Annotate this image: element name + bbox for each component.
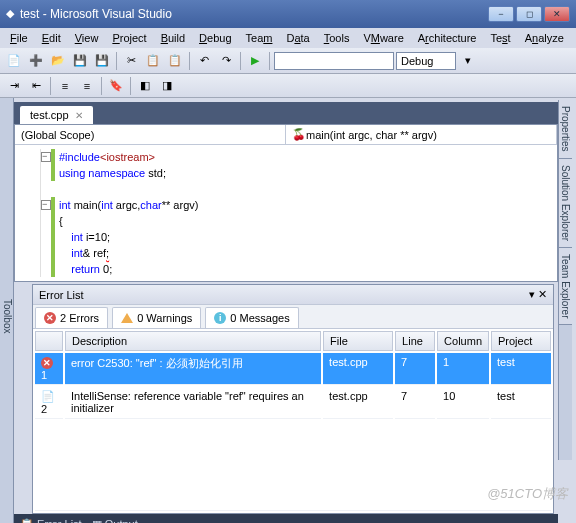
menu-analyze[interactable]: Analyze [519,30,570,46]
col-project[interactable]: Project [491,331,551,351]
error-list-panel: Error List ▾ ✕ ✕2 Errors 0 Warnings i0 M… [32,284,554,514]
config-dropdown-icon[interactable]: ▾ [458,51,478,71]
copy-icon[interactable]: 📋 [143,51,163,71]
tab-close-icon[interactable]: ✕ [75,110,83,121]
menu-view[interactable]: View [69,30,105,46]
close-button[interactable]: ✕ [544,6,570,22]
toggle2-icon[interactable]: ◨ [157,76,177,96]
error-icon: ✕ [44,312,56,324]
menu-team[interactable]: Team [240,30,279,46]
watermark: @51CTO博客 [487,485,568,503]
col-file[interactable]: File [323,331,393,351]
tab-error-list[interactable]: 📋 Error List [20,518,82,524]
window-title: test - Microsoft Visual Studio [20,7,488,21]
properties-tab[interactable]: Properties [559,100,572,159]
menu-data[interactable]: Data [280,30,315,46]
comment-icon[interactable]: ≡ [55,76,75,96]
bookmark-icon[interactable]: 🔖 [106,76,126,96]
paste-icon[interactable]: 📋 [165,51,185,71]
undo-icon[interactable]: ↶ [194,51,214,71]
add-item-icon[interactable]: ➕ [26,51,46,71]
save-all-icon[interactable]: 💾 [92,51,112,71]
cut-icon[interactable]: ✂ [121,51,141,71]
col-icon[interactable] [35,331,63,351]
tab-label: test.cpp [30,109,69,121]
outdent-icon[interactable]: ⇤ [26,76,46,96]
title-bar: ◆ test - Microsoft Visual Studio − ◻ ✕ [0,0,576,28]
document-tabs: test.cpp ✕ [14,102,558,124]
redo-icon[interactable]: ↷ [216,51,236,71]
main-toolbar: 📄 ➕ 📂 💾 💾 ✂ 📋 📋 ↶ ↷ ▶ Debug ▾ [0,48,576,74]
menu-architecture[interactable]: Architecture [412,30,483,46]
toolbox-tab[interactable]: Toolbox [0,98,14,523]
menu-test[interactable]: Test [484,30,516,46]
tab-test-cpp[interactable]: test.cpp ✕ [20,106,93,124]
maximize-button[interactable]: ◻ [516,6,542,22]
app-icon: ◆ [6,7,20,21]
error-grid: Description File Line Column Project ✕1 … [33,329,553,513]
code-editor: (Global Scope) 🍒 main(int argc, char ** … [14,124,558,282]
menu-window[interactable]: Window [572,30,576,46]
text-editor-toolbar: ⇥ ⇤ ≡ ≡ 🔖 ◧ ◨ [0,74,576,98]
warnings-tab[interactable]: 0 Warnings [112,307,201,328]
toggle-icon[interactable]: ◧ [135,76,155,96]
scope-right[interactable]: 🍒 main(int argc, char ** argv) [286,125,557,144]
col-description[interactable]: Description [65,331,321,351]
start-debug-icon[interactable]: ▶ [245,51,265,71]
tab-output[interactable]: ▦ Output [92,518,138,524]
code-area[interactable]: #include<iostream> using namespace std; … [15,145,557,281]
panel-controls[interactable]: ▾ ✕ [529,288,547,301]
config-combo[interactable]: Debug [396,52,456,70]
col-column[interactable]: Column [437,331,489,351]
open-icon[interactable]: 📂 [48,51,68,71]
errors-tab[interactable]: ✕2 Errors [35,307,108,328]
scope-left[interactable]: (Global Scope) [15,125,286,144]
bottom-tabs: 📋 Error List ▦ Output [14,514,558,523]
error-row[interactable]: ✕1 error C2530: "ref" : 必须初始化引用 test.cpp… [35,353,551,385]
menu-vmware[interactable]: VMware [357,30,409,46]
error-row[interactable]: 📄2 IntelliSense: reference variable "ref… [35,387,551,419]
save-icon[interactable]: 💾 [70,51,90,71]
new-project-icon[interactable]: 📄 [4,51,24,71]
solution-combo[interactable] [274,52,394,70]
col-line[interactable]: Line [395,331,435,351]
messages-tab[interactable]: i0 Messages [205,307,298,328]
right-sidebar: Properties Solution Explorer Team Explor… [558,100,572,460]
menu-debug[interactable]: Debug [193,30,237,46]
warning-icon [121,313,133,323]
error-icon: ✕ [41,357,53,369]
menu-bar: File Edit View Project Build Debug Team … [0,28,576,48]
error-list-title: Error List [39,289,84,301]
menu-file[interactable]: File [4,30,34,46]
uncomment-icon[interactable]: ≡ [77,76,97,96]
minimize-button[interactable]: − [488,6,514,22]
menu-tools[interactable]: Tools [318,30,356,46]
team-explorer-tab[interactable]: Team Explorer [559,248,572,325]
menu-edit[interactable]: Edit [36,30,67,46]
solution-explorer-tab[interactable]: Solution Explorer [559,159,572,248]
menu-project[interactable]: Project [106,30,152,46]
info-icon: i [214,312,226,324]
menu-build[interactable]: Build [155,30,191,46]
indent-icon[interactable]: ⇥ [4,76,24,96]
